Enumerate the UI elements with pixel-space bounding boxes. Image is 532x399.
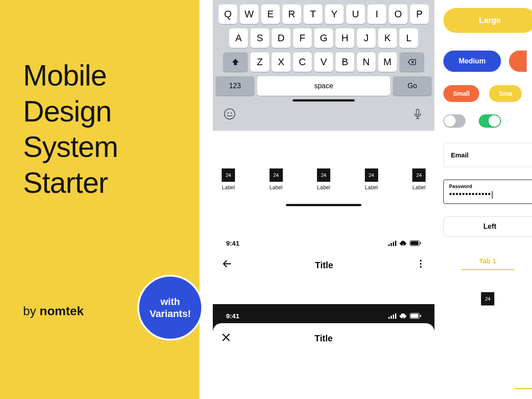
hero-title-line: Starter [23,165,118,201]
key-x[interactable]: X [272,52,290,72]
status-icons [388,240,421,246]
tab-item[interactable]: 24Label [317,168,330,191]
toggle-row [443,114,532,128]
nav-title: Title [315,333,333,344]
key-w[interactable]: W [240,4,258,24]
signal-icon [388,241,396,246]
key-i[interactable]: I [368,4,386,24]
close-icon[interactable] [222,333,231,344]
emoji-icon[interactable] [223,108,236,122]
go-key[interactable]: Go [393,76,432,96]
key-n[interactable]: N [357,52,376,72]
password-value: •••••••••••••| [449,190,531,199]
svg-point-2 [231,112,232,113]
key-t[interactable]: T [304,4,322,24]
tab-label: Label [412,184,425,191]
badge-line: Variants! [150,308,191,320]
key-y[interactable]: Y [325,4,344,24]
tab-selected[interactable]: Tab 1 [461,257,514,270]
toggle-off[interactable] [443,114,466,128]
keyboard-bottom-row: 123 space Go [215,76,432,96]
keyboard-row: Q W E R T Y U I O P [215,4,432,24]
key-m[interactable]: M [378,52,397,72]
key-b[interactable]: B [336,52,354,72]
key-q[interactable]: Q [219,4,237,24]
tab-item[interactable]: 24Label [270,168,283,191]
key-z[interactable]: Z [250,52,269,72]
key-l[interactable]: L [399,28,418,48]
svg-rect-6 [393,242,394,246]
svg-rect-20 [420,315,421,317]
tab-bar: 24Label 24Label 24Label 24Label 24Label [222,168,426,191]
svg-rect-5 [391,243,392,246]
svg-rect-10 [420,242,421,244]
button-medium[interactable]: Medium [443,51,501,72]
mic-icon[interactable] [411,108,424,122]
back-icon[interactable] [222,258,232,272]
tab-icon: 24 [222,168,235,182]
tab-icon: 24 [317,168,330,182]
button-small[interactable]: Small [443,85,479,102]
svg-point-1 [227,112,229,113]
sheet-nav: Title [213,323,434,344]
keyboard: Q W E R T Y U I O P A S D F G H J K L Z [213,0,434,131]
right-column: Large Medium Small Sma Email Password ••… [443,0,532,399]
key-p[interactable]: P [410,4,429,24]
key-e[interactable]: E [261,4,280,24]
svg-rect-4 [388,244,390,246]
navbar-dark: 9:41 Title [213,304,434,344]
toggle-on[interactable] [479,114,501,128]
wifi-icon [399,240,407,246]
tab-label: Label [270,184,282,191]
numbers-key[interactable]: 123 [215,76,254,96]
svg-point-13 [420,266,422,268]
hero-title-line: System [23,129,118,165]
key-k[interactable]: K [378,28,397,48]
key-o[interactable]: O [389,4,407,24]
status-icons [388,313,421,319]
segment-left[interactable]: Left [443,216,532,237]
key-f[interactable]: F [293,28,312,48]
tab-item[interactable]: 24Label [365,168,378,191]
password-field[interactable]: Password •••••••••••••| [443,180,532,204]
svg-point-11 [420,260,422,262]
space-key[interactable]: space [257,76,390,96]
hero-panel: Mobile Design System Starter by nomtek w… [0,0,200,399]
hero-title-line: Design [23,94,118,129]
svg-rect-3 [416,110,419,115]
svg-rect-17 [395,313,396,319]
password-label: Password [449,184,531,189]
tab-item[interactable]: 24Label [222,168,235,191]
key-h[interactable]: H [336,28,354,48]
shift-key[interactable] [223,52,248,72]
key-a[interactable]: A [229,28,248,48]
svg-rect-9 [411,241,419,245]
keyboard-row: A S D F G H J K L [215,28,432,48]
status-bar-dark: 9:41 [213,304,434,325]
key-c[interactable]: C [293,52,312,72]
tab-label: Label [222,184,235,191]
key-v[interactable]: V [314,52,333,72]
byline-brand: nomtek [39,304,84,318]
key-r[interactable]: R [282,4,301,24]
button-large[interactable]: Large [443,8,532,33]
key-s[interactable]: S [250,28,269,48]
tab-icon: 24 [412,168,426,182]
backspace-key[interactable] [399,52,424,72]
email-field[interactable]: Email [443,143,532,167]
more-icon[interactable] [416,259,426,271]
icon-placeholder: 24 [481,292,494,305]
key-d[interactable]: D [272,28,290,48]
key-u[interactable]: U [346,4,365,24]
password-dots: ••••••••••••• [449,190,491,199]
tab-item[interactable]: 24Label [412,168,426,191]
key-j[interactable]: J [357,28,376,48]
signal-icon [388,313,396,319]
center-column: Q W E R T Y U I O P A S D F G H J K L Z [213,0,434,399]
svg-point-12 [420,263,422,265]
key-g[interactable]: G [314,28,333,48]
svg-rect-14 [388,317,390,319]
button-medium-partial[interactable] [509,51,527,72]
button-small-partial[interactable]: Sma [489,85,522,102]
tab-label: Label [317,184,330,191]
